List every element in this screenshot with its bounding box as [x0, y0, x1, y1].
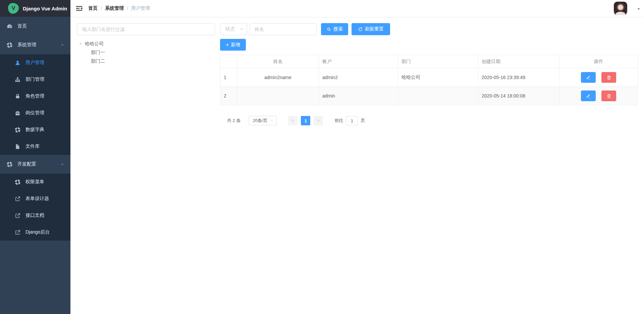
page-size-value: 20条/页 — [253, 118, 267, 124]
department-filter-input[interactable] — [77, 23, 215, 35]
sidebar-item-django-admin[interactable]: Django后台 — [0, 224, 70, 241]
sidebar-group-label: 系统管理 — [17, 42, 36, 48]
edit-button[interactable] — [581, 90, 596, 101]
sidebar-group-system[interactable]: 系统管理 — [0, 36, 70, 54]
breadcrumb-current: 用户管理 — [131, 5, 150, 11]
sidebar-item-post-management[interactable]: 岗位管理 — [0, 105, 70, 121]
component-icon — [15, 179, 20, 185]
pagination: 共 2 条 20条/页 1 — [220, 116, 638, 125]
sitemap-icon — [15, 77, 20, 82]
trash-icon — [606, 75, 611, 80]
breadcrumb-system[interactable]: 系统管理 — [105, 5, 124, 11]
sidebar-item-home[interactable]: 首页 — [0, 17, 70, 36]
delete-button[interactable] — [601, 72, 616, 83]
sidebar-item-data-dictionary[interactable]: 数据字典 — [0, 121, 70, 138]
pencil-icon — [586, 75, 591, 80]
sidebar-group-label: 开发配置 — [17, 161, 36, 167]
department-tree: 哈哈公司 部门一 部门二 — [77, 40, 215, 66]
sidebar-item-user-management[interactable]: 用户管理 — [0, 54, 70, 71]
table-row: 1 admin2name admin2 哈哈公司 2020-05-16 23:3… — [220, 68, 638, 87]
cell-created: 2020-05-14 18:00:08 — [478, 87, 559, 105]
sidebar-item-role-management[interactable]: 角色管理 — [0, 88, 70, 105]
tree-node-label: 哈哈公司 — [85, 41, 104, 47]
sidebar-item-api-docs[interactable]: 接口文档 — [0, 207, 70, 224]
goto-label: 前往 — [334, 118, 343, 124]
app-title: Django Vue Admin — [23, 6, 67, 11]
app-root: V Django Vue Admin 首页 系统管理 用户管理 — [0, 0, 644, 314]
table-row: 2 admin 2020-05-14 18:00:08 — [220, 87, 638, 105]
chevron-right-icon — [316, 119, 320, 123]
cell-actions — [559, 87, 638, 105]
sidebar-item-dept-management[interactable]: 部门管理 — [0, 71, 70, 88]
sidebar-item-label: 权限菜单 — [25, 179, 44, 185]
search-icon — [326, 27, 331, 32]
sidebar-item-form-designer[interactable]: 表单设计器 — [0, 190, 70, 207]
refresh-reset-button[interactable]: 刷新重置 — [352, 23, 390, 35]
component-icon — [7, 42, 12, 48]
tree-node-label: 部门一 — [91, 50, 105, 56]
plus-icon: + — [226, 42, 229, 48]
cell-index: 2 — [220, 87, 237, 105]
cell-created: 2020-05-16 23:39:49 — [478, 68, 559, 87]
user-panel: 状态 搜索 — [220, 23, 638, 125]
briefcase-icon — [15, 110, 20, 116]
chevron-down-icon — [270, 118, 274, 123]
tree-node-label: 部门二 — [91, 58, 105, 64]
page-number-active[interactable]: 1 — [301, 116, 310, 125]
caret-down-icon[interactable] — [637, 7, 641, 11]
sidebar-item-label: 角色管理 — [25, 93, 44, 99]
tree-node-dept2[interactable]: 部门二 — [77, 57, 215, 66]
breadcrumb-home[interactable]: 首页 — [88, 5, 98, 11]
tree-node-company[interactable]: 哈哈公司 — [77, 40, 215, 48]
dashboard-icon — [7, 23, 12, 29]
cell-department — [398, 87, 478, 105]
user-avatar[interactable] — [614, 2, 627, 15]
delete-button[interactable] — [601, 90, 616, 101]
department-panel: 哈哈公司 部门一 部门二 — [77, 23, 215, 66]
cell-name — [237, 87, 319, 105]
name-search-input[interactable] — [249, 23, 317, 35]
refresh-button-label: 刷新重置 — [365, 26, 384, 32]
search-button[interactable]: 搜索 — [321, 23, 348, 35]
component-icon — [15, 127, 20, 133]
col-index — [220, 55, 237, 68]
sidebar-item-label: 部门管理 — [25, 76, 44, 82]
logo-bar[interactable]: V Django Vue Admin — [0, 0, 70, 17]
user-table: 姓名 账户 部门 创建日期 操作 1 admin2name admin2 哈哈公 — [220, 55, 638, 105]
chevron-left-icon — [291, 119, 295, 123]
navbar: 首页 / 系统管理 / 用户管理 — [70, 0, 644, 17]
sidebar-item-label: 文件库 — [25, 143, 40, 149]
edit-button[interactable] — [581, 72, 596, 83]
sidebar-item-file-library[interactable]: 文件库 — [0, 138, 70, 155]
sidebar-item-label: 接口文档 — [25, 212, 44, 218]
breadcrumb: 首页 / 系统管理 / 用户管理 — [88, 5, 150, 11]
file-icon — [15, 144, 20, 149]
component-icon — [7, 162, 12, 167]
external-link-icon — [15, 230, 20, 235]
tree-node-dept1[interactable]: 部门一 — [77, 48, 215, 57]
page-size-select[interactable]: 20条/页 — [248, 116, 277, 125]
prev-page-button[interactable] — [288, 116, 298, 125]
sidebar-fold-icon[interactable] — [75, 5, 83, 12]
col-actions: 操作 — [559, 55, 638, 68]
pencil-icon — [586, 93, 591, 99]
goto-page-input[interactable] — [346, 116, 358, 125]
caret-down-icon[interactable] — [77, 42, 85, 46]
sidebar-item-label: 用户管理 — [25, 60, 44, 66]
add-user-button[interactable]: + 新增 — [220, 39, 246, 51]
sidebar-item-label: 岗位管理 — [25, 110, 44, 116]
col-created: 创建日期 — [478, 55, 559, 68]
col-account: 账户 — [319, 55, 398, 68]
status-select[interactable]: 状态 — [220, 23, 247, 35]
sidebar-item-permission-menu[interactable]: 权限菜单 — [0, 174, 70, 190]
cell-actions — [559, 68, 638, 87]
user-icon — [15, 60, 20, 66]
add-button-label: 新增 — [231, 42, 240, 48]
breadcrumb-separator: / — [127, 6, 128, 11]
sidebar-item-label: Django后台 — [25, 229, 50, 235]
chevron-down-icon — [239, 27, 244, 32]
col-department: 部门 — [398, 55, 478, 68]
next-page-button[interactable] — [314, 116, 323, 125]
cell-account: admin2 — [319, 68, 398, 87]
sidebar-group-dev-config[interactable]: 开发配置 — [0, 155, 70, 174]
